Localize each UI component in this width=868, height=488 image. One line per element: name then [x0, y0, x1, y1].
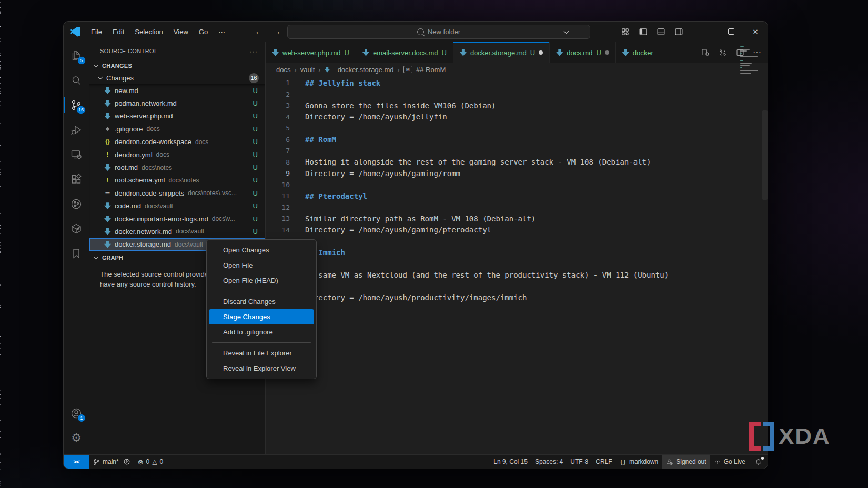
context-menu-item[interactable]: Open File [209, 258, 314, 273]
code-line[interactable]: 1 ## Jellyfin stack [266, 77, 768, 89]
menu-item[interactable]: Edit [107, 26, 129, 38]
open-timeline-icon[interactable] [718, 48, 728, 57]
toggle-secondary-sidebar-icon[interactable] [674, 27, 683, 36]
context-menu-item[interactable]: Stage Changes [209, 309, 314, 324]
context-menu-item[interactable]: Discard Changes [209, 294, 314, 309]
context-menu-item[interactable] [212, 291, 311, 291]
code-line[interactable]: 15 [266, 236, 768, 247]
minimap[interactable] [740, 46, 759, 75]
activity-extensions[interactable] [64, 167, 89, 191]
cursor-position[interactable]: Ln 9, Col 15 [490, 455, 531, 469]
file-path: docs [195, 138, 208, 146]
source-file-row[interactable]: root.md docs\notes U [89, 161, 265, 174]
editor-scrollbar[interactable] [762, 110, 768, 200]
editor-tab[interactable]: email-server.docs.md U [356, 42, 453, 63]
code-line[interactable]: 8 Hosting it alongside the rest of the g… [266, 157, 768, 168]
eol-sequence[interactable]: CRLF [592, 455, 615, 469]
activity-remote-explorer[interactable] [64, 142, 89, 167]
activity-bookmarks[interactable] [64, 241, 89, 266]
source-file-row[interactable]: docker.network.md docs\vault U [89, 225, 265, 238]
menu-item[interactable]: File [86, 26, 107, 38]
context-menu-item[interactable]: Open Changes [209, 242, 314, 258]
code-line[interactable]: 4 Directory = /home/ayush/jellyfin [266, 111, 768, 123]
source-file-row[interactable]: .gitignore docs U [89, 123, 265, 135]
command-center-search[interactable]: New folder [287, 25, 590, 39]
breadcrumb-folder[interactable]: docs [276, 66, 290, 74]
activity-source-control[interactable]: 16 [64, 93, 89, 117]
code-editor[interactable]: 1 ## Jellyfin stack 2 3 Gonna store the … [266, 76, 768, 454]
changes-group-header[interactable]: Changes 16 [89, 72, 265, 84]
code-line[interactable]: 17 [266, 258, 768, 270]
encoding[interactable]: UTF-8 [567, 455, 592, 469]
code-line[interactable]: 6 ## RomM [266, 134, 768, 146]
breadcrumb-folder[interactable]: vault [300, 66, 315, 74]
code-line[interactable]: 3 Gonna store the files inside VM106 (De… [266, 100, 768, 111]
menu-item[interactable]: Go [194, 26, 213, 38]
code-line[interactable]: 5 [266, 123, 768, 134]
branch-indicator[interactable]: main* [89, 455, 134, 469]
activity-explorer[interactable]: 5 [64, 43, 89, 68]
signed-out-status[interactable]: Signed out [662, 455, 710, 469]
language-mode[interactable]: markdown [616, 455, 662, 469]
editor-tab[interactable]: docker [616, 42, 660, 63]
code-line[interactable]: 2 [266, 89, 768, 100]
context-menu-item[interactable]: Reveal in Explorer View [209, 361, 314, 376]
context-menu-item[interactable]: Open File (HEAD) [209, 273, 314, 288]
activity-gitlens[interactable] [64, 191, 89, 216]
code-line[interactable]: 9 Directory = /home/ayush/gaming/romm [266, 168, 768, 179]
context-menu-item[interactable]: Reveal in File Explorer [209, 345, 314, 361]
close-button[interactable] [743, 22, 768, 42]
code-line[interactable]: 10 [266, 179, 768, 191]
code-line[interactable]: 13 Similar directory path as RomM - VM 1… [266, 213, 768, 225]
code-line[interactable]: 12 [266, 202, 768, 214]
code-line[interactable]: 18 On same VM as Nextcloud (and the rest… [266, 270, 768, 281]
toggle-primary-sidebar-icon[interactable] [639, 27, 648, 36]
source-file-row[interactable]: dendron.code-workspace docs U [89, 136, 265, 148]
editor-tab[interactable]: docker.storage.md U [453, 42, 550, 63]
editor-tab[interactable]: web-server.php.md U [266, 42, 356, 63]
code-line[interactable]: 14 Directory = /home/ayush/gaming/pterod… [266, 225, 768, 236]
source-file-row[interactable]: dendron.yml docs U [89, 148, 265, 161]
source-file-row[interactable]: dendron.code-snippets docs\notes\.vsc...… [89, 187, 265, 199]
open-changes-icon[interactable] [701, 48, 710, 57]
context-menu-item[interactable]: Add to .gitignore [209, 324, 314, 340]
code-line[interactable]: 20 Directory = /home/ayush/productivity/… [266, 292, 768, 304]
code-line[interactable]: 19 [266, 281, 768, 292]
source-file-row[interactable]: podman.network.md U [89, 97, 265, 109]
menu-more-button[interactable]: ··· [213, 26, 230, 38]
source-file-row[interactable]: code.md docs\vault U [89, 200, 265, 212]
notifications-bell[interactable] [749, 455, 768, 469]
problems-indicator[interactable]: 0 0 [134, 455, 167, 469]
code-line[interactable]: 16 ## Immich [266, 247, 768, 259]
back-arrow-icon[interactable]: ← [254, 27, 264, 36]
context-menu-item[interactable] [212, 342, 311, 343]
toggle-panel-icon[interactable] [657, 27, 665, 36]
breadcrumb-symbol[interactable]: ## RomM [416, 66, 446, 74]
customize-layout-icon[interactable] [621, 27, 630, 36]
indentation[interactable]: Spaces: 4 [531, 455, 567, 469]
maximize-button[interactable] [719, 22, 743, 42]
settings-button[interactable]: ⚙ [64, 425, 89, 450]
source-file-row[interactable]: root.schema.yml docs\notes U [89, 174, 265, 187]
breadcrumb-file[interactable]: docker.storage.md [338, 66, 394, 74]
activity-package[interactable] [64, 216, 89, 241]
changes-section-header[interactable]: CHANGES [89, 60, 265, 72]
source-file-row[interactable]: docker.important-error-logs.md docs\v...… [89, 212, 265, 225]
markdown-file-icon [622, 49, 629, 56]
remote-indicator[interactable]: >< [64, 455, 89, 469]
source-file-row[interactable]: new.md U [89, 84, 265, 97]
activity-run-debug[interactable] [64, 117, 89, 142]
source-file-row[interactable]: web-server.php.md U [89, 110, 265, 123]
menu-item[interactable]: View [168, 26, 194, 38]
menu-item[interactable]: Selection [129, 26, 168, 38]
editor-tab[interactable]: docs.md U [550, 42, 616, 63]
sidebar-more-button[interactable]: ··· [249, 47, 258, 55]
go-live-button[interactable]: Go Live [710, 455, 749, 469]
activity-search[interactable] [64, 68, 89, 93]
code-line[interactable]: 11 ## Pterodactyl [266, 190, 768, 202]
breadcrumb[interactable]: docs › vault › docker.storage.md › M ## … [266, 63, 768, 76]
accounts-button[interactable]: 1 [64, 401, 89, 425]
forward-arrow-icon[interactable]: → [271, 27, 282, 36]
minimize-button[interactable] [695, 22, 719, 42]
code-line[interactable]: 7 [266, 145, 768, 157]
